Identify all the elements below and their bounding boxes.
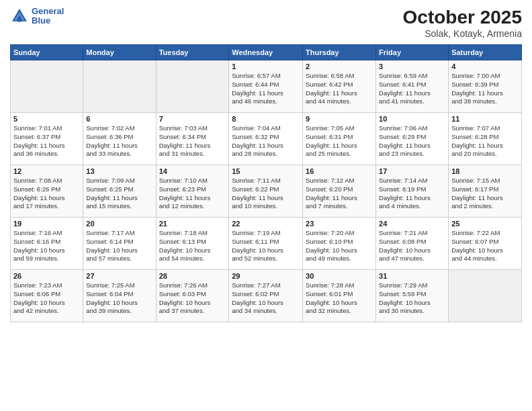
calendar-cell: 17Sunrise: 7:14 AM Sunset: 6:19 PM Dayli… xyxy=(376,165,449,218)
day-content: Sunrise: 7:16 AM Sunset: 6:16 PM Dayligh… xyxy=(13,229,80,263)
week-row: 12Sunrise: 7:08 AM Sunset: 6:26 PM Dayli… xyxy=(11,165,522,218)
day-number: 21 xyxy=(159,220,226,228)
day-number: 13 xyxy=(86,167,152,175)
calendar-cell xyxy=(449,270,522,322)
day-number: 29 xyxy=(232,272,300,280)
logo-icon xyxy=(10,7,29,26)
day-content: Sunrise: 6:59 AM Sunset: 6:41 PM Dayligh… xyxy=(379,72,445,106)
day-number: 16 xyxy=(306,167,373,175)
weekday-header: Tuesday xyxy=(156,45,229,60)
calendar-cell: 27Sunrise: 7:25 AM Sunset: 6:04 PM Dayli… xyxy=(83,270,156,322)
calendar-cell: 28Sunrise: 7:26 AM Sunset: 6:03 PM Dayli… xyxy=(156,270,229,322)
day-content: Sunrise: 7:00 AM Sunset: 6:39 PM Dayligh… xyxy=(451,72,519,106)
calendar-cell: 24Sunrise: 7:21 AM Sunset: 6:08 PM Dayli… xyxy=(376,218,449,270)
day-content: Sunrise: 7:21 AM Sunset: 6:08 PM Dayligh… xyxy=(379,229,445,263)
day-number: 19 xyxy=(13,220,80,228)
calendar-cell xyxy=(11,60,83,113)
day-content: Sunrise: 7:03 AM Sunset: 6:34 PM Dayligh… xyxy=(159,124,226,158)
weekday-row: SundayMondayTuesdayWednesdayThursdayFrid… xyxy=(11,45,522,60)
calendar-cell: 31Sunrise: 7:29 AM Sunset: 5:59 PM Dayli… xyxy=(376,270,449,322)
week-row: 19Sunrise: 7:16 AM Sunset: 6:16 PM Dayli… xyxy=(11,218,522,270)
calendar-cell: 1Sunrise: 6:57 AM Sunset: 6:44 PM Daylig… xyxy=(229,60,303,113)
day-number: 24 xyxy=(379,220,445,228)
day-number: 4 xyxy=(451,62,519,71)
calendar-cell: 10Sunrise: 7:06 AM Sunset: 6:29 PM Dayli… xyxy=(376,113,449,165)
day-content: Sunrise: 7:22 AM Sunset: 6:07 PM Dayligh… xyxy=(451,229,519,263)
day-content: Sunrise: 7:29 AM Sunset: 5:59 PM Dayligh… xyxy=(379,281,445,316)
day-number: 30 xyxy=(306,272,373,280)
day-number: 12 xyxy=(13,167,80,175)
weekday-header: Monday xyxy=(83,45,156,60)
day-content: Sunrise: 7:07 AM Sunset: 6:28 PM Dayligh… xyxy=(451,124,519,158)
logo-text: General Blue xyxy=(32,7,64,26)
day-content: Sunrise: 7:08 AM Sunset: 6:26 PM Dayligh… xyxy=(13,177,80,211)
day-content: Sunrise: 7:28 AM Sunset: 6:01 PM Dayligh… xyxy=(306,281,373,316)
title-block: October 2025 Solak, Kotayk, Armenia xyxy=(403,7,522,39)
logo: General Blue xyxy=(10,7,64,26)
calendar-cell: 25Sunrise: 7:22 AM Sunset: 6:07 PM Dayli… xyxy=(449,218,522,270)
week-row: 1Sunrise: 6:57 AM Sunset: 6:44 PM Daylig… xyxy=(11,60,522,113)
day-number: 1 xyxy=(232,62,300,71)
day-number: 26 xyxy=(13,272,80,280)
page: General Blue October 2025 Solak, Kotayk,… xyxy=(0,0,532,411)
calendar-cell: 29Sunrise: 7:27 AM Sunset: 6:02 PM Dayli… xyxy=(229,270,303,322)
calendar-cell: 8Sunrise: 7:04 AM Sunset: 6:32 PM Daylig… xyxy=(229,113,303,165)
day-content: Sunrise: 7:12 AM Sunset: 6:20 PM Dayligh… xyxy=(306,177,373,211)
day-content: Sunrise: 7:20 AM Sunset: 6:10 PM Dayligh… xyxy=(306,229,373,263)
calendar-cell: 21Sunrise: 7:18 AM Sunset: 6:13 PM Dayli… xyxy=(156,218,229,270)
day-content: Sunrise: 7:27 AM Sunset: 6:02 PM Dayligh… xyxy=(232,281,300,316)
day-content: Sunrise: 7:04 AM Sunset: 6:32 PM Dayligh… xyxy=(232,124,300,158)
day-number: 22 xyxy=(232,220,300,228)
calendar-cell: 6Sunrise: 7:02 AM Sunset: 6:36 PM Daylig… xyxy=(83,113,156,165)
calendar-cell: 15Sunrise: 7:11 AM Sunset: 6:22 PM Dayli… xyxy=(229,165,303,218)
calendar-cell: 7Sunrise: 7:03 AM Sunset: 6:34 PM Daylig… xyxy=(156,113,229,165)
day-number: 31 xyxy=(379,272,445,280)
week-row: 26Sunrise: 7:23 AM Sunset: 6:06 PM Dayli… xyxy=(11,270,522,322)
day-number: 17 xyxy=(379,167,445,175)
weekday-header: Wednesday xyxy=(229,45,303,60)
calendar-cell: 30Sunrise: 7:28 AM Sunset: 6:01 PM Dayli… xyxy=(303,270,376,322)
day-content: Sunrise: 7:06 AM Sunset: 6:29 PM Dayligh… xyxy=(379,124,445,158)
calendar-cell: 9Sunrise: 7:05 AM Sunset: 6:31 PM Daylig… xyxy=(303,113,376,165)
day-content: Sunrise: 6:58 AM Sunset: 6:42 PM Dayligh… xyxy=(306,72,373,106)
calendar-header: SundayMondayTuesdayWednesdayThursdayFrid… xyxy=(11,45,522,60)
day-content: Sunrise: 7:01 AM Sunset: 6:37 PM Dayligh… xyxy=(13,124,80,158)
day-number: 18 xyxy=(451,167,519,175)
day-number: 9 xyxy=(306,115,373,123)
day-number: 7 xyxy=(159,115,226,123)
calendar-cell: 4Sunrise: 7:00 AM Sunset: 6:39 PM Daylig… xyxy=(449,60,522,113)
day-content: Sunrise: 7:25 AM Sunset: 6:04 PM Dayligh… xyxy=(86,281,152,316)
day-number: 2 xyxy=(306,62,373,71)
calendar-cell: 23Sunrise: 7:20 AM Sunset: 6:10 PM Dayli… xyxy=(303,218,376,270)
day-content: Sunrise: 7:19 AM Sunset: 6:11 PM Dayligh… xyxy=(232,229,300,263)
header: General Blue October 2025 Solak, Kotayk,… xyxy=(10,7,522,39)
day-number: 3 xyxy=(379,62,445,71)
day-content: Sunrise: 7:09 AM Sunset: 6:25 PM Dayligh… xyxy=(86,177,152,211)
weekday-header: Friday xyxy=(376,45,449,60)
day-content: Sunrise: 7:11 AM Sunset: 6:22 PM Dayligh… xyxy=(232,177,300,211)
day-number: 5 xyxy=(13,115,80,123)
day-number: 23 xyxy=(306,220,373,228)
day-content: Sunrise: 7:10 AM Sunset: 6:23 PM Dayligh… xyxy=(159,177,226,211)
svg-rect-3 xyxy=(17,21,21,22)
day-number: 25 xyxy=(451,220,519,228)
day-number: 27 xyxy=(86,272,152,280)
calendar-cell: 12Sunrise: 7:08 AM Sunset: 6:26 PM Dayli… xyxy=(11,165,83,218)
day-content: Sunrise: 7:17 AM Sunset: 6:14 PM Dayligh… xyxy=(86,229,152,263)
weekday-header: Thursday xyxy=(303,45,376,60)
day-number: 6 xyxy=(86,115,152,123)
calendar-cell: 2Sunrise: 6:58 AM Sunset: 6:42 PM Daylig… xyxy=(303,60,376,113)
calendar-body: 1Sunrise: 6:57 AM Sunset: 6:44 PM Daylig… xyxy=(11,60,522,322)
day-number: 15 xyxy=(232,167,300,175)
calendar-cell: 26Sunrise: 7:23 AM Sunset: 6:06 PM Dayli… xyxy=(11,270,83,322)
main-title: October 2025 xyxy=(403,7,522,28)
calendar-cell xyxy=(83,60,156,113)
calendar-cell: 13Sunrise: 7:09 AM Sunset: 6:25 PM Dayli… xyxy=(83,165,156,218)
calendar-cell: 20Sunrise: 7:17 AM Sunset: 6:14 PM Dayli… xyxy=(83,218,156,270)
day-content: Sunrise: 7:18 AM Sunset: 6:13 PM Dayligh… xyxy=(159,229,226,263)
day-number: 8 xyxy=(232,115,300,123)
day-content: Sunrise: 7:15 AM Sunset: 6:17 PM Dayligh… xyxy=(451,177,519,211)
day-number: 20 xyxy=(86,220,152,228)
calendar-cell: 14Sunrise: 7:10 AM Sunset: 6:23 PM Dayli… xyxy=(156,165,229,218)
day-content: Sunrise: 7:23 AM Sunset: 6:06 PM Dayligh… xyxy=(13,281,80,316)
